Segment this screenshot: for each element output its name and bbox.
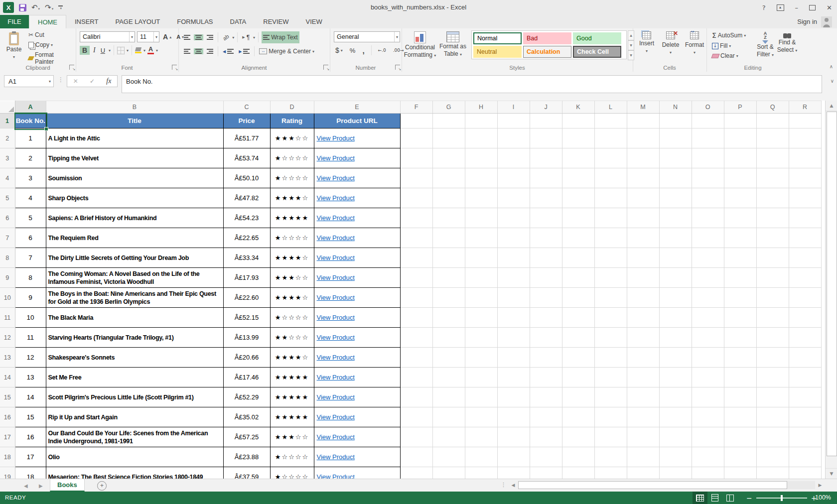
row-header-2[interactable]: 2 (0, 128, 15, 148)
sign-in-link[interactable]: Sign in (797, 18, 817, 25)
view-product-link[interactable]: View Product (317, 134, 355, 142)
cut-button[interactable]: ✂Cut (27, 31, 76, 39)
italic-button[interactable]: I (92, 46, 97, 55)
empty-cell[interactable] (789, 348, 821, 368)
empty-cell[interactable] (659, 288, 692, 308)
empty-cell[interactable] (659, 447, 692, 467)
view-product-link[interactable]: View Product (317, 214, 355, 222)
cell-title[interactable]: The Boys in the Boat: Nine Americans and… (46, 288, 223, 308)
cell-book-no[interactable]: 3 (15, 168, 46, 188)
cell-title[interactable]: Our Band Could Be Your Life: Scenes from… (46, 427, 223, 447)
cell-title[interactable]: The Black Maria (46, 308, 223, 328)
decrease-indent-icon[interactable]: ◀ (221, 48, 235, 54)
empty-cell[interactable] (594, 328, 627, 348)
align-right-button[interactable] (205, 48, 215, 54)
empty-cell[interactable] (756, 348, 789, 368)
empty-cell[interactable] (432, 128, 465, 148)
empty-cell[interactable] (594, 168, 627, 188)
horizontal-scroll-thumb[interactable] (518, 481, 787, 489)
cell-title[interactable]: The Coming Woman: A Novel Based on the L… (46, 268, 223, 288)
empty-cell[interactable] (562, 368, 594, 387)
cell-rating[interactable]: ★☆☆☆☆ (270, 228, 314, 248)
empty-cell[interactable] (432, 248, 465, 268)
empty-cell[interactable] (530, 168, 562, 188)
column-header-K[interactable]: K (562, 101, 594, 114)
empty-cell[interactable] (789, 288, 821, 308)
view-product-link[interactable]: View Product (317, 354, 355, 361)
new-sheet-icon[interactable]: + (97, 481, 107, 491)
empty-cell[interactable] (400, 208, 432, 228)
empty-cell[interactable] (627, 148, 659, 168)
empty-cell[interactable] (562, 427, 594, 447)
empty-cell[interactable] (465, 447, 497, 467)
empty-cell[interactable] (594, 407, 627, 427)
empty-cell[interactable] (432, 114, 465, 128)
view-product-link[interactable]: View Product (317, 154, 355, 162)
cell-product-url[interactable]: View Product (314, 228, 400, 248)
empty-cell[interactable] (627, 328, 659, 348)
empty-cell[interactable] (530, 128, 562, 148)
empty-cell[interactable] (562, 128, 594, 148)
fill-color-icon[interactable] (135, 47, 141, 53)
cell-product-url[interactable]: View Product (314, 387, 400, 407)
empty-cell[interactable] (756, 148, 789, 168)
sort-filter-button[interactable]: AZ Sort & Filter ▾ (754, 28, 776, 58)
view-product-link[interactable]: View Product (317, 314, 355, 321)
empty-cell[interactable] (756, 288, 789, 308)
empty-cell[interactable] (400, 328, 432, 348)
empty-cell[interactable] (627, 427, 659, 447)
row-header-16[interactable]: 16 (0, 407, 15, 427)
empty-cell[interactable] (562, 168, 594, 188)
cell-product-url[interactable]: View Product (314, 248, 400, 268)
empty-cell[interactable] (627, 208, 659, 228)
empty-cell[interactable] (627, 308, 659, 328)
middle-align-button[interactable] (194, 34, 203, 40)
empty-cell[interactable] (724, 308, 756, 328)
expand-formula-bar-icon[interactable]: ∨ (831, 78, 834, 84)
empty-cell[interactable] (465, 128, 497, 148)
column-header-E[interactable]: E (314, 101, 400, 114)
page-break-view-button[interactable] (722, 492, 737, 504)
empty-cell[interactable] (756, 208, 789, 228)
empty-cell[interactable] (594, 188, 627, 208)
row-header-10[interactable]: 10 (0, 288, 15, 308)
empty-cell[interactable] (400, 427, 432, 447)
formula-input[interactable]: Book No. (122, 75, 822, 93)
empty-cell[interactable] (724, 467, 756, 479)
empty-cell[interactable] (594, 288, 627, 308)
empty-cell[interactable] (594, 248, 627, 268)
empty-cell[interactable] (594, 208, 627, 228)
scroll-left-icon[interactable]: ◀ (509, 481, 517, 490)
tab-view[interactable]: VIEW (297, 15, 331, 28)
cell-product-url[interactable]: View Product (314, 407, 400, 427)
empty-cell[interactable] (465, 427, 497, 447)
format-cells-button[interactable]: ↔ Format▾ (684, 28, 705, 56)
empty-cell[interactable] (432, 168, 465, 188)
cell-book-no[interactable]: 12 (15, 348, 46, 368)
empty-cell[interactable] (465, 188, 497, 208)
empty-cell[interactable] (400, 248, 432, 268)
format-as-table-button[interactable]: Format as Table ▾ (437, 28, 468, 58)
empty-cell[interactable] (627, 467, 659, 479)
cell-book-no[interactable]: 6 (15, 228, 46, 248)
minimize-icon[interactable]: – (795, 4, 799, 11)
empty-cell[interactable] (789, 328, 821, 348)
cell-product-url[interactable]: View Product (314, 128, 400, 148)
empty-cell[interactable] (530, 447, 562, 467)
tab-data[interactable]: DATA (222, 15, 255, 28)
empty-cell[interactable] (627, 128, 659, 148)
empty-cell[interactable] (692, 308, 724, 328)
empty-cell[interactable] (724, 288, 756, 308)
empty-cell[interactable] (627, 228, 659, 248)
empty-cell[interactable] (400, 387, 432, 407)
empty-cell[interactable] (659, 467, 692, 479)
empty-cell[interactable] (659, 387, 692, 407)
format-painter-button[interactable]: Format Painter (27, 51, 76, 66)
empty-cell[interactable] (562, 268, 594, 288)
align-center-button[interactable] (194, 48, 203, 54)
empty-cell[interactable] (432, 288, 465, 308)
paste-button[interactable]: Paste▾ (3, 29, 25, 60)
align-left-button[interactable] (182, 48, 192, 54)
empty-cell[interactable] (659, 114, 692, 128)
cell-style-good[interactable]: Good (573, 32, 621, 44)
